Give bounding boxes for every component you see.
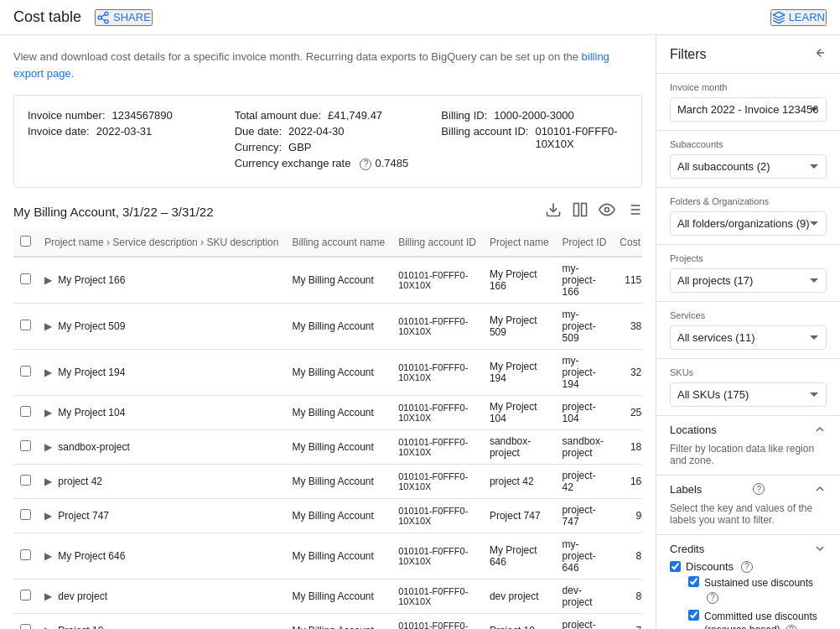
project-name: My Project 509 [58, 320, 125, 332]
filter-projects: Projects All projects (17) [656, 245, 840, 302]
table-row: ▶ dev project My Billing Account 010101-… [13, 579, 642, 613]
row-billing-account: My Billing Account [285, 498, 391, 533]
labels-section-header[interactable]: Labels ? [656, 475, 840, 502]
row-billing-account: My Billing Account [285, 257, 391, 304]
expand-button[interactable]: ▶ [44, 590, 52, 602]
exchange-rate-help-icon[interactable]: ? [360, 159, 371, 170]
select-all-checkbox[interactable] [20, 236, 31, 247]
invoice-month-select[interactable]: March 2022 - Invoice 1234567890 [670, 97, 827, 122]
row-checkbox-cell [13, 579, 38, 613]
row-project-id: my-project-194 [556, 349, 614, 395]
row-checkbox[interactable] [20, 624, 31, 630]
row-checkbox-cell [13, 464, 38, 498]
share-button[interactable]: SHARE [95, 9, 153, 26]
table-row: ▶ My Project 509 My Billing Account 0101… [13, 303, 642, 349]
discounts-help-icon[interactable]: ? [741, 561, 753, 573]
project-name: My Project 194 [58, 366, 125, 378]
row-checkbox-cell [13, 257, 38, 304]
table-row: ▶ My Project 104 My Billing Account 0101… [13, 395, 642, 429]
expand-button[interactable]: ▶ [44, 274, 52, 286]
expand-button[interactable]: ▶ [44, 441, 52, 453]
row-project: ▶ My Project 104 [38, 395, 285, 429]
locations-section-header[interactable]: Locations [656, 416, 840, 443]
row-checkbox[interactable] [20, 475, 31, 486]
row-project: ▶ My Project 194 [38, 349, 285, 395]
row-cost: 2547.98 [613, 395, 642, 429]
credits-header[interactable]: Credits [670, 542, 827, 555]
services-select[interactable]: All services (11) [670, 325, 827, 350]
expand-button[interactable]: ▶ [44, 625, 52, 630]
row-project-id: my-project-509 [556, 303, 614, 349]
filters-header: Filters [656, 35, 840, 74]
row-project-name2: My Project 194 [483, 349, 556, 395]
columns-icon[interactable] [572, 201, 589, 222]
labels-help-icon[interactable]: ? [753, 483, 765, 495]
row-checkbox-cell [13, 613, 38, 629]
expand-button[interactable]: ▶ [44, 550, 52, 562]
folders-select[interactable]: All folders/organizations (9) [670, 211, 827, 236]
row-checkbox[interactable] [20, 590, 31, 600]
discounts-main: Discounts ? [670, 560, 827, 573]
row-billing-account: My Billing Account [285, 613, 391, 629]
sustained-use-item: Sustained use discounts ? [688, 576, 827, 605]
subaccounts-select[interactable]: All subaccounts (2) [670, 154, 827, 179]
row-checkbox[interactable] [20, 509, 31, 520]
expand-button[interactable]: ▶ [44, 320, 52, 332]
learn-button[interactable]: LEARN [770, 9, 827, 26]
row-billing-account: My Billing Account [285, 579, 391, 613]
row-project: ▶ sandbox-project [38, 429, 285, 464]
download-icon[interactable] [545, 201, 562, 222]
row-cost: 11587.73 [613, 257, 642, 304]
svg-point-1 [98, 16, 101, 19]
row-checkbox[interactable] [20, 366, 31, 377]
row-checkbox[interactable] [20, 273, 31, 284]
select-all-header [13, 229, 38, 257]
skus-select[interactable]: All SKUs (175) [670, 382, 827, 407]
credits-sub-items: Sustained use discounts ? Committed use … [688, 576, 827, 629]
row-cost: 779.78 [613, 613, 642, 629]
row-project-name2: Project 10 [483, 613, 556, 629]
expand-button[interactable]: ▶ [44, 407, 52, 418]
row-project: ▶ Project 10 [38, 613, 285, 629]
row-checkbox[interactable] [20, 406, 31, 417]
discounts-checkbox[interactable] [670, 561, 681, 572]
committed-use-item: Committed use discounts (resource based)… [688, 610, 827, 629]
committed-use-help-icon[interactable]: ? [786, 625, 797, 629]
expand-button[interactable]: ▶ [44, 366, 52, 378]
labels-chevron-icon [813, 482, 827, 496]
sustained-use-help-icon[interactable]: ? [707, 592, 718, 604]
filters-title: Filters [670, 47, 707, 62]
credits-section: Credits Discounts ? Sustained use discou… [656, 535, 840, 629]
top-bar: Cost table SHARE LEARN [0, 0, 840, 35]
row-checkbox[interactable] [20, 440, 31, 451]
row-project-name2: Project 747 [483, 498, 556, 533]
visibility-icon[interactable] [599, 201, 615, 222]
filters-collapse-button[interactable] [811, 45, 827, 63]
row-cost: 1641.04 [613, 464, 642, 498]
exchange-rate-row: Currency exchange rate ? 0.7485 [235, 157, 422, 170]
description: View and download cost details for a spe… [13, 49, 642, 81]
col-billing-account-id: Billing account ID [391, 229, 483, 257]
row-billing-id: 010101-F0FFF0-10X10X [391, 303, 483, 349]
table-row: ▶ My Project 194 My Billing Account 0101… [13, 349, 642, 395]
row-checkbox[interactable] [20, 320, 31, 330]
projects-select[interactable]: All projects (17) [670, 268, 827, 293]
project-name: project 42 [58, 476, 102, 487]
table-row: ▶ Project 747 My Billing Account 010101-… [13, 498, 642, 533]
invoice-number-row: Invoice number: 1234567890 [28, 109, 215, 122]
row-billing-account: My Billing Account [285, 349, 391, 395]
row-billing-id: 010101-F0FFF0-10X10X [391, 464, 483, 498]
locations-chevron-icon [813, 423, 827, 436]
row-checkbox-cell [13, 498, 38, 533]
expand-button[interactable]: ▶ [44, 510, 52, 522]
group-icon[interactable] [625, 201, 642, 222]
row-billing-id: 010101-F0FFF0-10X10X [391, 349, 483, 395]
filter-skus: SKUs All SKUs (175) [656, 359, 840, 416]
project-name: My Project 104 [58, 407, 125, 418]
sustained-use-checkbox[interactable] [688, 576, 699, 587]
table-row: ▶ sandbox-project My Billing Account 010… [13, 429, 642, 464]
committed-use-checkbox[interactable] [688, 610, 699, 621]
col-cost[interactable]: Cost (£) ↓ [613, 229, 642, 257]
expand-button[interactable]: ▶ [44, 476, 52, 487]
row-checkbox[interactable] [20, 549, 31, 560]
